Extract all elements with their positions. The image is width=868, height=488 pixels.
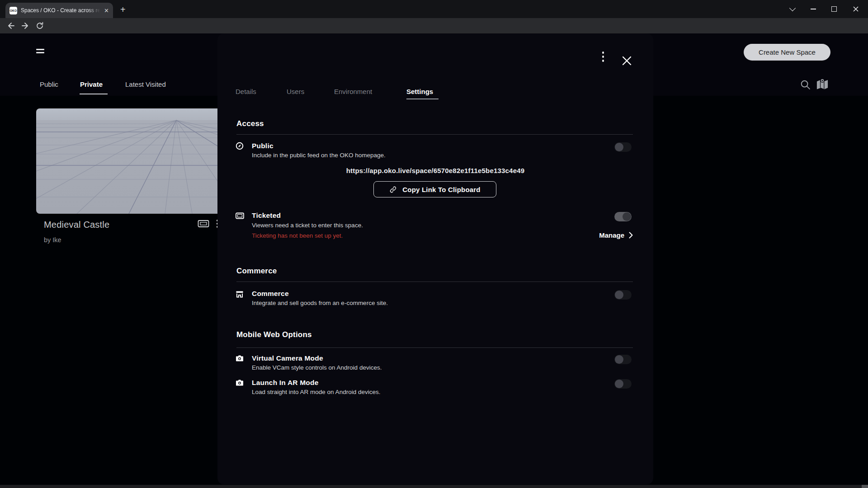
- chevron-right-icon: [629, 232, 633, 239]
- storefront-icon: [236, 290, 244, 298]
- create-new-space-button[interactable]: Create New Space: [744, 44, 830, 61]
- vcam-desc: Enable VCam style controls on Android de…: [252, 364, 382, 371]
- modal-tab-details[interactable]: Details: [236, 88, 256, 95]
- ticket-icon: [198, 220, 209, 230]
- window-minimize-icon[interactable]: [803, 0, 824, 18]
- forward-icon[interactable]: [19, 19, 32, 32]
- copy-link-label: Copy Link To Clipboard: [402, 186, 480, 193]
- public-toggle[interactable]: [614, 142, 632, 152]
- vcam-title: Virtual Camera Mode: [252, 354, 323, 362]
- mobile-options-heading: Mobile Web Options: [236, 330, 312, 339]
- modal-close-icon[interactable]: [621, 55, 632, 66]
- browser-toolbar: app.oko.live/spaces x x: [0, 18, 868, 33]
- modal-tab-settings[interactable]: Settings: [406, 88, 433, 95]
- window-menu-chevron-icon[interactable]: [782, 0, 803, 18]
- search-icon[interactable]: [800, 79, 811, 92]
- window-close-icon[interactable]: [845, 0, 866, 18]
- new-tab-button[interactable]: +: [120, 5, 126, 14]
- hamburger-menu-icon[interactable]: [36, 49, 44, 54]
- access-heading: Access: [236, 119, 264, 128]
- tab-public[interactable]: Public: [40, 80, 58, 88]
- public-desc: Include in the public feed on the OKO ho…: [252, 152, 386, 159]
- divider: [236, 282, 633, 282]
- camera-icon: [236, 355, 244, 363]
- space-title: Medieval Castle: [44, 220, 109, 230]
- oko-favicon: OKO: [9, 7, 17, 14]
- commerce-toggle[interactable]: [614, 290, 632, 300]
- public-compass-icon: [236, 142, 244, 150]
- divider: [236, 134, 633, 135]
- modal-active-tab-underline: [406, 99, 439, 99]
- ticketed-ticket-icon: [236, 212, 244, 221]
- ar-title: Launch In AR Mode: [252, 379, 319, 387]
- reload-icon[interactable]: [33, 19, 46, 32]
- vcam-toggle[interactable]: [614, 355, 632, 364]
- ar-toggle[interactable]: [614, 379, 632, 389]
- commerce-desc: Integrate and sell goods from an e-comme…: [252, 300, 388, 306]
- camera-icon: [236, 379, 244, 387]
- ticketed-warning: Ticketing has not been set up yet.: [252, 232, 343, 239]
- back-icon[interactable]: [5, 19, 17, 32]
- window-restore-icon[interactable]: [824, 0, 844, 18]
- link-icon: [389, 186, 397, 193]
- modal-tab-environment[interactable]: Environment: [334, 88, 372, 95]
- horizontal-scrollbar[interactable]: [0, 485, 868, 488]
- manage-link[interactable]: Manage: [599, 231, 633, 239]
- tab-private[interactable]: Private: [80, 80, 103, 88]
- tab-latest-visited[interactable]: Latest Visited: [125, 80, 166, 88]
- commerce-title: Commerce: [252, 290, 289, 298]
- oko-app: Create New Space Public Private Latest V…: [0, 33, 868, 485]
- public-title: Public: [252, 142, 274, 150]
- manage-label: Manage: [599, 231, 624, 239]
- tab-title: Spaces / OKO - Create across rea: [21, 7, 100, 14]
- map-icon[interactable]: [816, 78, 829, 92]
- ticketed-title: Ticketed: [252, 211, 281, 220]
- space-settings-modal: Details Users Environment Settings Acces…: [217, 33, 653, 484]
- tab-close-icon[interactable]: ✕: [104, 8, 109, 14]
- modal-menu-kebab-icon[interactable]: [600, 52, 606, 65]
- active-tab-underline: [80, 94, 108, 94]
- modal-tab-users[interactable]: Users: [287, 88, 304, 95]
- ar-desc: Load straight into AR mode on Android de…: [252, 389, 380, 395]
- copy-link-button[interactable]: Copy Link To Clipboard: [373, 181, 496, 197]
- ticketed-toggle[interactable]: [614, 212, 632, 221]
- browser-tabstrip: OKO Spaces / OKO - Create across rea ✕ +: [0, 0, 868, 18]
- screen: OKO Spaces / OKO - Create across rea ✕ +…: [0, 0, 868, 488]
- space-byline: by Ike: [44, 236, 61, 244]
- scrollbar-corner: [862, 485, 868, 488]
- share-url-text: https://app.oko.live/space/6570e82e1f11e…: [217, 167, 653, 174]
- divider: [236, 347, 633, 348]
- browser-tab[interactable]: OKO Spaces / OKO - Create across rea ✕: [5, 3, 113, 18]
- commerce-heading: Commerce: [236, 267, 277, 276]
- ticketed-desc: Viewers need a ticket to enter this spac…: [252, 222, 363, 229]
